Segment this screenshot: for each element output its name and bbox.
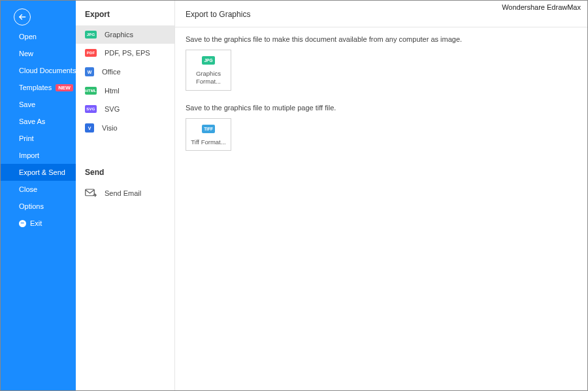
sidebar-item-import[interactable]: Import [1,147,76,164]
tiff-description: Save to the graphics file to mutiple pag… [186,104,577,112]
sidebar-item-close[interactable]: Close [1,181,76,198]
tiff-tile-label: Tiff Format... [189,138,228,146]
sidebar-item-label: Print [19,134,34,142]
sidebar-item-cloud-documents[interactable]: Cloud Documents [1,62,76,79]
sidebar-item-new[interactable]: New [1,45,76,62]
sidebar-item-label: Save As [19,117,45,125]
send-email-label: Send Email [105,189,141,197]
svg-rect-1 [86,189,95,196]
tiff-format-tile[interactable]: TIFF Tiff Format... [186,118,231,151]
graphics-description: Save to the graphics file to make this d… [186,35,577,43]
graphics-tile-label: Graphics Format... [189,70,228,86]
sidebar-item-label: Export & Send [19,168,65,176]
jpg-icon: JPG [85,31,97,39]
format-item-label: SVG [105,105,120,113]
sidebar-item-save[interactable]: Save [1,96,76,113]
sidebar-item-save-as[interactable]: Save As [1,113,76,130]
sidebar-item-label: Exit [30,219,42,227]
export-detail-panel: Wondershare EdrawMax Export to Graphics … [175,1,587,390]
w-icon: W [85,67,94,76]
format-item-graphics[interactable]: JPGGraphics [76,25,174,44]
graphics-format-tile[interactable]: JPG Graphics Format... [186,50,231,91]
sidebar-item-label: New [19,50,33,57]
send-email-item[interactable]: Send Email [76,183,174,203]
pdf-icon: PDF [85,49,97,57]
tiff-icon: TIFF [202,125,215,133]
arrow-left-icon [18,12,27,22]
sidebar-item-options[interactable]: Options [1,198,76,215]
format-item-pdf-ps-eps[interactable]: PDFPDF, PS, EPS [76,44,174,62]
v-icon: V [85,123,94,133]
file-menu-sidebar: OpenNewCloud DocumentsTemplatesNEWSaveSa… [1,1,76,390]
send-section-title: Send [76,159,174,183]
sidebar-item-label: Options [19,202,44,210]
jpg-icon: JPG [202,56,215,65]
sidebar-item-open[interactable]: Open [1,28,76,45]
format-item-label: Office [102,68,121,76]
sidebar-item-export-send[interactable]: Export & Send [1,164,76,181]
format-item-label: Graphics [105,31,133,39]
send-email-icon [85,189,97,198]
sidebar-item-exit[interactable]: −Exit [1,215,76,232]
export-section-title: Export [76,1,174,25]
sidebar-item-label: Open [19,33,37,40]
format-item-label: Html [105,87,120,95]
html-icon: HTML [85,87,97,95]
format-item-html[interactable]: HTMLHtml [76,82,174,100]
detail-content: Save to the graphics file to make this d… [175,27,587,172]
exit-icon: − [19,220,26,227]
sidebar-item-templates[interactable]: TemplatesNEW [1,79,76,96]
sidebar-item-label: Import [19,151,39,159]
sidebar-item-label: Cloud Documents [19,67,76,74]
format-item-svg[interactable]: SVGSVG [76,100,174,118]
svg-icon: SVG [85,105,97,113]
sidebar-item-label: Close [19,185,37,193]
format-item-office[interactable]: WOffice [76,62,174,82]
export-categories-panel: Export JPGGraphicsPDFPDF, PS, EPSWOffice… [76,1,175,390]
sidebar-item-print[interactable]: Print [1,130,76,147]
sidebar-item-label: Templates [19,84,52,91]
sidebar-item-label: Save [19,101,35,108]
app-title: Wondershare EdrawMax [502,3,581,11]
format-item-visio[interactable]: VVisio [76,118,174,138]
format-item-label: Visio [102,124,118,132]
back-button[interactable] [14,8,31,25]
format-item-label: PDF, PS, EPS [105,49,150,57]
new-badge: NEW [56,84,73,91]
